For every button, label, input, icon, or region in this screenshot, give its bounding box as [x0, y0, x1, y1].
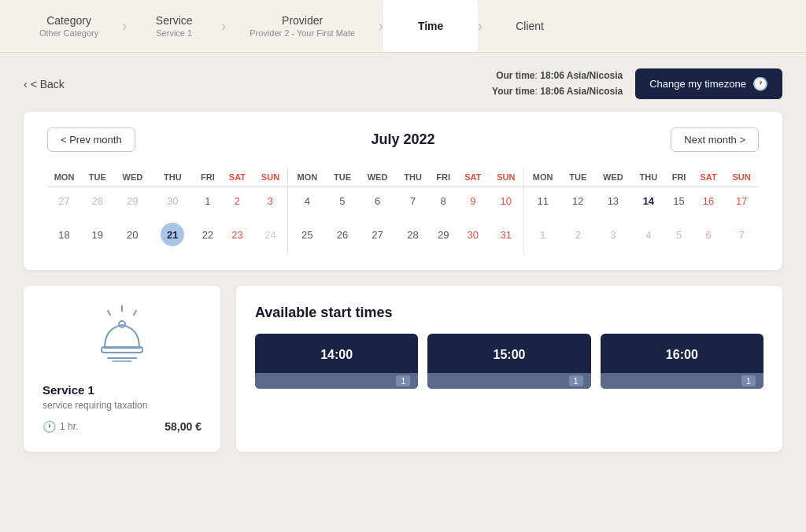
table-row[interactable]: 29	[114, 187, 151, 216]
table-row[interactable]: 6	[693, 215, 724, 254]
svg-line-1	[134, 311, 136, 315]
table-row[interactable]: 24	[253, 215, 288, 254]
table-row[interactable]: 8	[430, 187, 457, 216]
svg-line-2	[108, 311, 110, 315]
table-row[interactable]: 30	[151, 187, 194, 216]
times-card: Available start times 14:00 1 15:00 1 16…	[236, 286, 782, 452]
table-row[interactable]: 26	[326, 215, 359, 254]
slot-badge-2: 1	[427, 373, 590, 389]
table-row[interactable]: 5	[665, 215, 693, 254]
time-slots-container: 14:00 1 15:00 1 16:00 1	[255, 334, 763, 389]
table-row[interactable]: 15	[665, 187, 693, 216]
calendar-header: < Prev month July 2022 Next month >	[47, 127, 759, 152]
table-row[interactable]: 25	[288, 215, 326, 254]
back-arrow-icon: ‹	[24, 78, 28, 91]
table-row[interactable]: 23	[221, 215, 253, 254]
clock-icon: 🕐	[43, 420, 56, 433]
table-row[interactable]: 29	[430, 215, 457, 254]
table-row[interactable]: 19	[81, 215, 114, 254]
bottom-section: Service 1 service requiring taxation 🕐 1…	[24, 286, 782, 452]
table-row[interactable]: 17	[724, 187, 759, 216]
table-row[interactable]: 4	[288, 187, 326, 216]
table-row[interactable]: 3	[253, 187, 288, 216]
table-row[interactable]: 16	[693, 187, 724, 216]
service-name: Service 1	[43, 383, 94, 397]
top-bar-right: Our time: 18:06 Asia/Nicosia Your time: …	[492, 68, 782, 99]
back-button[interactable]: ‹ < Back	[24, 78, 65, 91]
service-icon-area	[43, 305, 202, 368]
table-row[interactable]: 1	[194, 187, 221, 216]
breadcrumb-time[interactable]: Time	[383, 0, 478, 52]
time-slot-2[interactable]: 15:00 1	[427, 334, 590, 389]
table-row[interactable]: 3	[594, 215, 631, 254]
calendar-day-selected[interactable]: 21	[151, 215, 194, 254]
breadcrumb: Category Other Category › Service Servic…	[0, 0, 806, 53]
table-row[interactable]: 11	[523, 187, 561, 216]
table-row[interactable]: 2	[221, 187, 253, 216]
breadcrumb-provider[interactable]: Provider Provider 2 - Your First Mate	[226, 0, 379, 52]
time-value-2: 15:00	[427, 348, 590, 373]
table-row[interactable]: 31	[489, 215, 523, 254]
calendar-card: < Prev month July 2022 Next month > MON …	[24, 112, 782, 270]
table-row[interactable]: 27	[359, 215, 396, 254]
prev-month-button[interactable]: < Prev month	[47, 127, 135, 152]
breadcrumb-service[interactable]: Service Service 1	[127, 0, 221, 52]
service-duration: 🕐 1 hr.	[43, 420, 78, 433]
time-value-3: 16:00	[601, 348, 763, 373]
table-row[interactable]: 20	[114, 215, 151, 254]
table-row[interactable]: 28	[396, 215, 430, 254]
timezone-info: Our time: 18:06 Asia/Nicosia Your time: …	[492, 68, 623, 98]
clock-icon: 🕐	[752, 76, 768, 91]
breadcrumb-category[interactable]: Category Other Category	[16, 0, 122, 52]
service-card: Service 1 service requiring taxation 🕐 1…	[24, 286, 220, 452]
next-month-button[interactable]: Next month >	[671, 127, 759, 152]
slot-badge-3: 1	[601, 373, 763, 389]
month-title: July 2022	[371, 131, 434, 148]
table-row[interactable]: 13	[594, 187, 631, 216]
table-row[interactable]: 18	[47, 215, 81, 254]
table-row[interactable]: 28	[81, 187, 114, 216]
table-row[interactable]: 9	[457, 187, 489, 216]
table-row[interactable]: 12	[562, 187, 595, 216]
available-times-title: Available start times	[255, 305, 763, 321]
table-row[interactable]: 6	[359, 187, 396, 216]
time-slot-3[interactable]: 16:00 1	[601, 334, 763, 389]
slot-badge-1: 1	[255, 373, 418, 389]
table-row[interactable]: 2	[562, 215, 595, 254]
time-value-1: 14:00	[255, 348, 418, 373]
service-price: 58,00 €	[165, 420, 202, 433]
top-bar: ‹ < Back Our time: 18:06 Asia/Nicosia Yo…	[24, 68, 782, 99]
change-timezone-button[interactable]: Change my timezone 🕐	[635, 68, 782, 99]
table-row[interactable]: 10	[489, 187, 523, 216]
table-row[interactable]: 7	[724, 215, 759, 254]
service-meta: 🕐 1 hr. 58,00 €	[43, 420, 202, 433]
breadcrumb-client[interactable]: Client	[482, 0, 577, 52]
table-row[interactable]: 7	[396, 187, 430, 216]
time-slot-1[interactable]: 14:00 1	[255, 334, 418, 389]
table-row[interactable]: 1	[523, 215, 561, 254]
service-illustration	[83, 305, 161, 368]
table-row[interactable]: 4	[632, 215, 666, 254]
table-row[interactable]: 5	[326, 187, 359, 216]
service-description: service requiring taxation	[43, 400, 147, 411]
table-row[interactable]: 22	[194, 215, 221, 254]
table-row[interactable]: 30	[457, 215, 489, 254]
table-row[interactable]: 14	[632, 187, 666, 216]
table-row[interactable]: 27	[47, 187, 81, 216]
